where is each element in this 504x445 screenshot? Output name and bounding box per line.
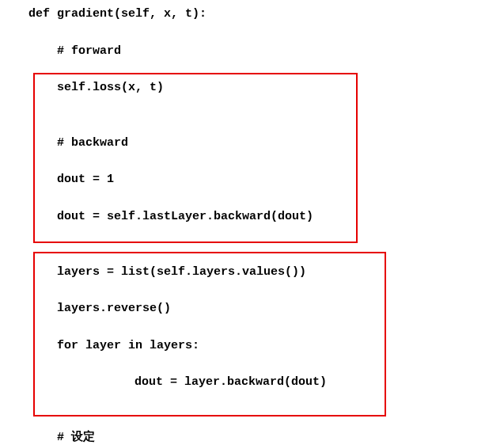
- code-page: def gradient(self, x, t): # forward self…: [0, 0, 504, 445]
- highlight-box-grads: [33, 252, 386, 416]
- code-line: # 设定: [0, 428, 504, 445]
- code-line: def gradient(self, x, t):: [0, 5, 504, 23]
- code-line: # forward: [0, 42, 504, 60]
- highlight-box-backward: [33, 73, 358, 243]
